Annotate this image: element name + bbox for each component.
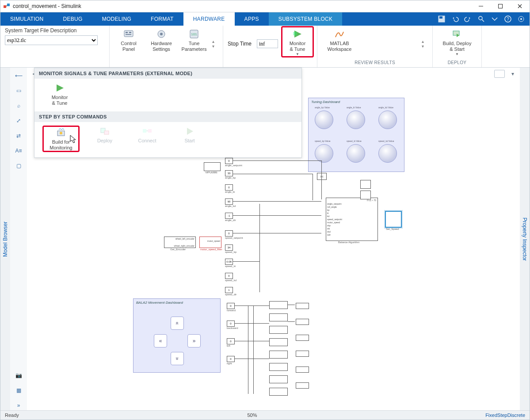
control-panel-button[interactable]: Control Panel <box>114 27 143 52</box>
const-right[interactable]: 0 <box>227 356 235 362</box>
fit-icon[interactable]: ⤢ <box>13 115 24 126</box>
zoom-icon[interactable]: ⌕ <box>13 100 24 111</box>
build-deploy-start-button[interactable]: Build, Deploy & Start ▼ <box>437 27 477 56</box>
model-browser-rail[interactable]: Model Browser <box>0 68 11 411</box>
knob-speed-kp[interactable] <box>315 144 333 163</box>
const-forward[interactable]: 0 <box>227 303 235 309</box>
block-disp-1[interactable] <box>269 301 288 309</box>
annotation-icon[interactable]: A≡ <box>13 145 24 156</box>
block-disp-6[interactable] <box>269 363 288 371</box>
block-out-2[interactable] <box>296 319 309 325</box>
knob-speed-kd[interactable] <box>378 144 397 163</box>
area-icon[interactable]: ▢ <box>13 160 24 171</box>
knob-angle-kp-label: angle_kp Value <box>315 106 330 109</box>
knob-angle-kp[interactable] <box>315 111 333 129</box>
simulink-icon <box>3 3 10 10</box>
dd-build-for-monitoring[interactable]: Build for Monitoring <box>42 126 80 152</box>
block-get-encoder[interactable]: wheel_left_encoder wheel_right_encoder <box>164 237 196 248</box>
dd-connect[interactable]: Connect <box>130 126 164 152</box>
block-disp-4[interactable] <box>269 338 288 346</box>
tab-debug[interactable]: DEBUG <box>53 12 92 26</box>
tab-format[interactable]: FORMAT <box>141 12 183 26</box>
block-out-3[interactable] <box>296 335 309 341</box>
block-abs[interactable]: |u| <box>317 173 327 180</box>
const-angle-dir[interactable]: -1 <box>225 213 233 219</box>
dd-deploy[interactable]: Deploy <box>88 126 122 152</box>
block-disp-7[interactable] <box>269 375 288 383</box>
const-angle-kd[interactable]: 90 <box>225 199 233 205</box>
target-icon[interactable] <box>517 15 525 23</box>
block-disp-3[interactable] <box>269 326 288 334</box>
knob-angle-ki[interactable] <box>347 111 365 129</box>
status-zoom[interactable]: 50% <box>243 412 261 418</box>
pad-backward[interactable]: » <box>171 352 184 365</box>
monitor-and-tune-button[interactable]: Monitor & Tune ▼ <box>281 26 314 57</box>
nav-dropdown[interactable]: ▾ <box>508 69 517 78</box>
const-speed-dir[interactable]: 1 <box>225 287 233 293</box>
expand-icon[interactable] <box>491 15 499 23</box>
wire <box>288 321 295 322</box>
block-disp-2[interactable] <box>269 313 288 321</box>
tab-simulation[interactable]: SIMULATION <box>0 12 53 26</box>
status-solver[interactable]: FixedStepDiscrete <box>481 412 530 418</box>
stop-time-input[interactable] <box>257 39 278 48</box>
const-angle-ki[interactable]: 0 <box>225 184 233 191</box>
block-out-5[interactable] <box>296 367 309 373</box>
target-file-select[interactable]: esp32.tlc <box>5 35 98 45</box>
hardware-settings-button[interactable]: Hardware Settings <box>147 27 176 52</box>
block-disp-5[interactable] <box>269 351 288 359</box>
block-disp-8[interactable] <box>269 388 288 396</box>
tab-subsystem-block[interactable]: SUBSYSTEM BLOCK <box>269 12 343 26</box>
knob-angle-kd[interactable] <box>378 111 397 129</box>
redo-icon[interactable] <box>464 15 472 23</box>
tune-parameters-button[interactable]: 101 Tune Parameters <box>179 27 209 52</box>
keyboard-icon[interactable] <box>494 70 505 78</box>
library-icon[interactable]: ▦ <box>13 385 24 396</box>
block-set-speed[interactable] <box>385 211 402 228</box>
const-angle-setpoint[interactable]: 0 <box>225 158 233 164</box>
canvas-select-icon[interactable]: ▭ <box>13 85 24 96</box>
window-close[interactable] <box>510 0 530 12</box>
prepare-gallery-expand[interactable]: ▴▾ <box>212 39 218 49</box>
const-speed-setpoint[interactable]: 0 <box>225 230 233 237</box>
dd-monitor-and-tune[interactable]: Monitor & Tune <box>42 82 77 106</box>
block-mpu[interactable] <box>204 162 221 171</box>
matlab-workspace-button[interactable]: MATLAB Workspace <box>322 27 357 52</box>
window-maximize[interactable] <box>491 0 510 12</box>
block-balance-algorithm[interactable]: if u1 > 70 angle_setpointroll_anglekpkik… <box>326 198 378 241</box>
block-out-1[interactable] <box>296 303 309 309</box>
pad-right[interactable]: » <box>187 334 201 347</box>
knob-speed-ki[interactable] <box>347 144 365 163</box>
block-out-6[interactable] <box>296 382 309 389</box>
tab-apps[interactable]: APPS <box>235 12 269 26</box>
block-scope-1[interactable] <box>360 180 371 189</box>
pad-left[interactable]: « <box>154 334 167 347</box>
dd-start[interactable]: Start <box>172 126 207 152</box>
const-speed-kp[interactable]: 34 <box>225 244 233 251</box>
pad-forward[interactable]: « <box>171 317 184 330</box>
tab-hardware[interactable]: HARDWARE <box>183 12 235 26</box>
tab-modeling[interactable]: MODELING <box>92 12 141 26</box>
expand-explorer-icon[interactable]: » <box>13 400 24 411</box>
movement-dashboard-panel: BALA2 Movement Dashboard « « » » .btnpad… <box>133 298 221 373</box>
help-icon[interactable]: ? <box>504 15 512 23</box>
block-out-4[interactable] <box>296 351 309 357</box>
const-backward[interactable]: 0 <box>227 321 235 327</box>
camera-icon[interactable]: 📷 <box>13 370 24 381</box>
window-minimize[interactable] <box>471 0 491 12</box>
swap-icon[interactable]: ⇄ <box>13 130 24 141</box>
svg-point-24 <box>60 132 62 134</box>
property-inspector-rail[interactable]: Property Inspector <box>519 68 530 411</box>
const-speed-kd[interactable]: 0 <box>225 273 233 279</box>
block-scope-2[interactable] <box>360 191 371 199</box>
block-motor-speed-filter[interactable]: motor_speed <box>199 237 221 248</box>
save-icon[interactable] <box>438 15 446 23</box>
nav-back-icon[interactable]: ⟵ <box>13 70 24 81</box>
const-speed-ki[interactable]: 0.08 <box>225 259 233 265</box>
const-left[interactable]: 0 <box>227 338 235 344</box>
undo-icon[interactable] <box>451 15 459 23</box>
svg-marker-29 <box>187 128 193 135</box>
const-angle-kp[interactable]: 33 <box>225 170 233 176</box>
search-icon[interactable] <box>477 15 485 23</box>
review-gallery-expand[interactable]: ▴▾ <box>422 39 428 49</box>
